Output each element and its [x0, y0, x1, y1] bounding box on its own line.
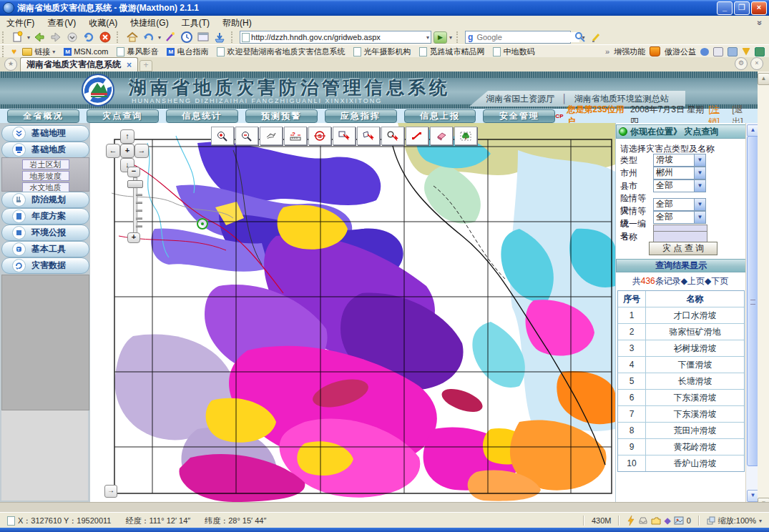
sidebar-item-prevention-planning[interactable]: 防治规划 [1, 192, 89, 208]
zoom-out-tool-icon[interactable] [235, 127, 258, 145]
messenger-icon[interactable] [700, 48, 709, 56]
search-box[interactable]: g ▾ [465, 31, 571, 44]
scroll-up-icon[interactable]: ▲ [758, 73, 769, 85]
nav-tab-emergency[interactable]: 应急指挥 [325, 109, 397, 123]
page-scrollbar[interactable]: ▲ ▼ [758, 72, 769, 509]
map-viewport[interactable]: ↑ ← + → ↓ − + ? [90, 123, 615, 502]
sidebar-sub-rock-zoning[interactable]: 岩土区划 [22, 159, 69, 169]
menu-help[interactable]: 帮助(H) [216, 17, 258, 29]
pan-right-button[interactable]: → [134, 144, 149, 158]
zoom-out-slider-button[interactable]: − [127, 167, 140, 177]
magic-wand-icon[interactable] [163, 31, 177, 44]
tab-active[interactable]: 湖南省地质灾害信息系统 × [20, 57, 138, 72]
sidebar-sub-terrain-slope[interactable]: 地形坡度 [22, 171, 69, 181]
stop-icon[interactable] [98, 31, 112, 44]
sidebar-item-annual-plan[interactable]: 年度方案 [1, 208, 89, 225]
window-panel-icon[interactable] [196, 31, 210, 44]
pan-tool-icon[interactable] [260, 127, 283, 145]
link-welcome[interactable]: 欢迎登陆湖南省地质灾害信息系统 [214, 46, 348, 57]
undo-dropdown-icon[interactable]: ▾ [158, 34, 161, 41]
restore-button[interactable]: ❐ [734, 1, 750, 15]
pan-center-button[interactable]: + [120, 144, 134, 158]
next-page-link[interactable]: ◆下页 [705, 276, 728, 286]
measure-tool-icon[interactable]: ? [284, 127, 307, 145]
menu-overflow-icon[interactable]: » [755, 14, 765, 32]
tab-close-all-icon[interactable]: × [750, 57, 763, 70]
sidebar-sub-hydrogeology[interactable]: 水文地质 [22, 182, 69, 192]
links-more-icon[interactable]: » [605, 47, 609, 56]
go-dropdown-icon[interactable]: ▾ [449, 34, 452, 41]
zoom-level[interactable]: 缩放:100% [718, 516, 756, 526]
query-submit-button[interactable]: 灾 点 查 询 [649, 242, 717, 255]
pan-left-button[interactable]: ← [106, 144, 120, 158]
search-input[interactable] [475, 32, 579, 42]
banner-link-geo-monitor[interactable]: 湖南省地质环境监测总站 [574, 93, 669, 105]
zoom-dropdown-icon[interactable]: ▾ [759, 518, 762, 524]
rectangle-select-tool-icon[interactable] [333, 127, 356, 145]
sidebar-item-base-geography[interactable]: 基础地理 [1, 125, 89, 142]
city-select[interactable]: 郴州▼ [653, 167, 706, 179]
type-select[interactable]: 滑坡▼ [653, 154, 706, 167]
close-button[interactable]: × [751, 1, 767, 15]
nav-tab-security[interactable]: 安全管理 [483, 109, 555, 123]
link-msn[interactable]: MMSN.com [61, 47, 111, 56]
history-icon[interactable] [180, 31, 194, 44]
link-storm[interactable]: 暴风影音 [114, 46, 161, 57]
picture-icon[interactable] [674, 516, 684, 525]
url-dropdown-icon[interactable]: ▾ [426, 34, 429, 41]
building-icon[interactable] [755, 47, 765, 56]
nav-tab-statistics[interactable]: 信息统计 [166, 109, 238, 123]
banner-link-land-resources[interactable]: 湖南省国土资源厅 [486, 93, 554, 105]
table-row[interactable]: 6下东溪滑坡 [618, 389, 744, 405]
refresh-icon[interactable] [82, 31, 96, 44]
pan-up-button[interactable]: ↑ [120, 129, 134, 144]
tab-tools-icon[interactable]: ⚙ [735, 57, 748, 70]
new-tab-button[interactable]: + [139, 60, 152, 72]
menu-view[interactable]: 查看(V) [41, 17, 82, 29]
new-tab-icon[interactable] [11, 31, 25, 44]
home-icon[interactable] [125, 31, 139, 44]
menu-groups[interactable]: 快捷组(G) [124, 17, 175, 29]
zoom-in-tool-icon[interactable] [211, 127, 234, 145]
sidebar-item-basic-tools[interactable]: T 基本工具 [1, 241, 89, 257]
layers-tool-icon[interactable] [454, 127, 477, 145]
new-tab-dropdown-icon[interactable]: ▾ [27, 34, 30, 41]
link-radio[interactable]: M电台指南 [164, 46, 211, 57]
nav-tab-overview[interactable]: 全省概况 [7, 109, 79, 123]
links-folder[interactable]: 链接 ▾ [19, 46, 58, 57]
tab-close-icon[interactable]: × [127, 60, 132, 70]
table-row[interactable]: 8荒田冲滑坡 [618, 422, 744, 438]
window-icon[interactable] [713, 47, 723, 56]
map-scroll-right-button[interactable]: → [104, 485, 117, 498]
url-input[interactable] [250, 32, 426, 43]
search-icon[interactable] [573, 31, 587, 44]
minimize-button[interactable]: _ [717, 1, 733, 15]
geology-map[interactable] [90, 123, 615, 502]
panel-scrollbar[interactable]: ▲ ▼ [745, 123, 758, 502]
link-zhongdi[interactable]: 中地数码 [490, 46, 537, 57]
notes-icon[interactable] [728, 47, 738, 56]
resize-icon[interactable] [707, 516, 715, 525]
highlighter-icon[interactable] [589, 31, 604, 44]
menu-tools[interactable]: 工具(T) [175, 17, 216, 29]
maxthon-shield-icon[interactable] [650, 46, 660, 56]
gem-icon[interactable]: ◆ [664, 516, 670, 526]
sidebar-item-base-geology[interactable]: 基础地质 [1, 142, 89, 158]
go-button[interactable]: ▶ [434, 31, 447, 44]
favorites-heart-icon[interactable]: ♥ [11, 46, 16, 56]
inbox-icon[interactable] [638, 516, 648, 525]
nav-tab-report[interactable]: 信息上报 [404, 109, 476, 123]
table-row[interactable]: 10香炉山滑坡 [618, 455, 744, 471]
link-city[interactable]: 觅路城市精品网 [416, 46, 487, 57]
nav-tab-forecast[interactable]: 预测预警 [245, 109, 318, 123]
table-row[interactable]: 7下东溪滑坡 [618, 405, 744, 422]
table-row[interactable]: 9黄花岭滑坡 [618, 438, 744, 455]
undo-icon[interactable] [142, 31, 156, 44]
table-row[interactable]: 4下僵滑坡 [618, 356, 744, 373]
eraser-tool-icon[interactable] [430, 127, 453, 145]
v-icon[interactable] [742, 48, 750, 56]
table-row[interactable]: 1才口水滑坡 [618, 307, 744, 323]
download-icon[interactable] [212, 31, 227, 44]
bolt-icon[interactable] [627, 516, 635, 526]
zoom-slider-handle[interactable] [127, 180, 143, 188]
